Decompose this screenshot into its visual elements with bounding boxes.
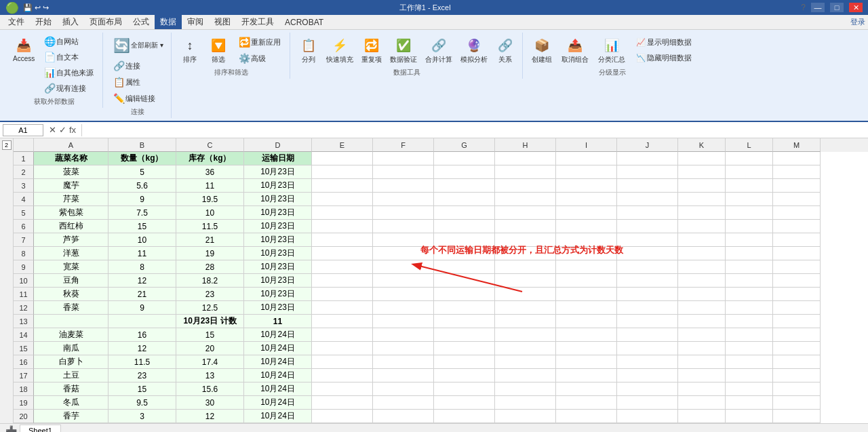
ribbon-btn-existing[interactable]: 🔗 现有连接 xyxy=(39,81,98,96)
cell-empty-3-2[interactable] xyxy=(434,179,495,193)
cell-B5[interactable]: 7.5 xyxy=(108,206,176,220)
cell-C11[interactable]: 23 xyxy=(176,288,244,301)
cell-B18[interactable]: 15 xyxy=(108,382,176,396)
cell-empty-20-0[interactable] xyxy=(312,410,373,423)
cell-D6[interactable]: 10月23日 xyxy=(244,220,312,233)
cell-C6[interactable]: 11.5 xyxy=(176,220,244,233)
cell-C16[interactable]: 17.4 xyxy=(176,355,244,369)
cell-A15[interactable]: 南瓜 xyxy=(34,342,108,355)
cell-empty-7-5[interactable] xyxy=(617,233,678,247)
cell-B4[interactable]: 9 xyxy=(108,193,176,206)
cell-A5[interactable]: 紫包菜 xyxy=(34,206,108,220)
cell-empty-20-3[interactable] xyxy=(495,410,556,423)
cell-empty-7-2[interactable] xyxy=(434,233,495,247)
ribbon-btn-advanced[interactable]: ⚙️ 高级 xyxy=(234,51,285,66)
cell-empty-16-1[interactable] xyxy=(373,355,434,369)
cell-B7[interactable]: 10 xyxy=(108,233,176,247)
cell-A20[interactable]: 香芋 xyxy=(34,410,108,423)
menu-review[interactable]: 审阅 xyxy=(182,15,209,29)
cell-empty-14-8[interactable] xyxy=(773,328,821,342)
cell-empty-6-3[interactable] xyxy=(495,220,556,233)
cell-empty-4-0[interactable] xyxy=(312,193,373,206)
cell-empty-19-8[interactable] xyxy=(773,396,821,410)
cell-empty-19-7[interactable] xyxy=(726,396,773,410)
cell-B11[interactable]: 21 xyxy=(108,288,176,301)
cell-B8[interactable]: 11 xyxy=(108,247,176,260)
cell-empty-12-3[interactable] xyxy=(495,301,556,315)
cell-empty-17-4[interactable] xyxy=(556,369,617,382)
cell-empty-8-3[interactable] xyxy=(495,247,556,260)
cell-C10[interactable]: 18.2 xyxy=(176,274,244,288)
cell-empty-18-5[interactable] xyxy=(617,382,678,396)
cell-empty-11-6[interactable] xyxy=(678,288,726,301)
cell-empty-5-2[interactable] xyxy=(434,206,495,220)
ribbon-btn-split[interactable]: 📋 分列 xyxy=(296,34,321,66)
ribbon-btn-properties[interactable]: 📋 属性 xyxy=(108,75,167,90)
ribbon-btn-flash-fill[interactable]: ⚡ 快速填充 xyxy=(323,34,357,66)
cell-empty-17-0[interactable] xyxy=(312,369,373,382)
restore-button[interactable]: □ xyxy=(830,3,844,12)
cell-empty-3-5[interactable] xyxy=(617,179,678,193)
cell-empty-20-8[interactable] xyxy=(773,410,821,423)
close-button[interactable]: ✕ xyxy=(849,3,863,12)
cell-D7[interactable]: 10月23日 xyxy=(244,233,312,247)
cell-empty-14-6[interactable] xyxy=(678,328,726,342)
cell-empty-7-7[interactable] xyxy=(726,233,773,247)
cell-empty-3-1[interactable] xyxy=(373,179,434,193)
cell-empty-15-1[interactable] xyxy=(373,342,434,355)
menu-page-layout[interactable]: 页面布局 xyxy=(84,15,127,29)
cell-empty-20-7[interactable] xyxy=(726,410,773,423)
cell-D17[interactable]: 10月24日 xyxy=(244,369,312,382)
cell-B19[interactable]: 9.5 xyxy=(108,396,176,410)
cell-empty-4-1[interactable] xyxy=(373,193,434,206)
cell-empty-3-8[interactable] xyxy=(773,179,821,193)
cell-empty-14-4[interactable] xyxy=(556,328,617,342)
col-header-F[interactable]: F xyxy=(373,138,434,152)
cell-empty-18-1[interactable] xyxy=(373,382,434,396)
cell-empty-8-2[interactable] xyxy=(434,247,495,260)
cell-empty-4-3[interactable] xyxy=(495,193,556,206)
cell-empty-3-3[interactable] xyxy=(495,179,556,193)
cell-empty-6-0[interactable] xyxy=(312,220,373,233)
cell-D14[interactable]: 10月24日 xyxy=(244,328,312,342)
cell-A11[interactable]: 秋葵 xyxy=(34,288,108,301)
cell-C2[interactable]: 36 xyxy=(176,165,244,179)
cell-empty-7-6[interactable] xyxy=(678,233,726,247)
cell-empty-16-3[interactable] xyxy=(495,355,556,369)
cell-empty-8-6[interactable] xyxy=(678,247,726,260)
cell-empty-13-1[interactable] xyxy=(373,315,434,328)
ribbon-btn-web[interactable]: 🌐 自网站 xyxy=(39,34,98,49)
cell-D8[interactable]: 10月23日 xyxy=(244,247,312,260)
cell-empty-10-6[interactable] xyxy=(678,274,726,288)
cell-L1[interactable] xyxy=(726,152,773,165)
cell-I1[interactable] xyxy=(556,152,617,165)
menu-home[interactable]: 开始 xyxy=(30,15,57,29)
cell-C12[interactable]: 12.5 xyxy=(176,301,244,315)
cell-B16[interactable]: 11.5 xyxy=(108,355,176,369)
cell-empty-6-8[interactable] xyxy=(773,220,821,233)
cell-empty-5-1[interactable] xyxy=(373,206,434,220)
cell-B13[interactable] xyxy=(108,315,176,328)
cell-A8[interactable]: 洋葱 xyxy=(34,247,108,260)
cell-empty-5-5[interactable] xyxy=(617,206,678,220)
cell-empty-15-4[interactable] xyxy=(556,342,617,355)
cell-empty-12-2[interactable] xyxy=(434,301,495,315)
cell-empty-6-7[interactable] xyxy=(726,220,773,233)
cell-empty-10-7[interactable] xyxy=(726,274,773,288)
cell-empty-9-7[interactable] xyxy=(726,260,773,274)
cell-empty-9-1[interactable] xyxy=(373,260,434,274)
cell-empty-13-8[interactable] xyxy=(773,315,821,328)
cell-empty-3-7[interactable] xyxy=(726,179,773,193)
cell-empty-5-0[interactable] xyxy=(312,206,373,220)
cell-A10[interactable]: 豆角 xyxy=(34,274,108,288)
cell-empty-18-8[interactable] xyxy=(773,382,821,396)
cell-empty-14-7[interactable] xyxy=(726,328,773,342)
cell-empty-17-3[interactable] xyxy=(495,369,556,382)
cell-empty-8-0[interactable] xyxy=(312,247,373,260)
cell-A1[interactable]: 蔬菜名称 xyxy=(34,152,108,165)
cell-empty-18-6[interactable] xyxy=(678,382,726,396)
col-header-A[interactable]: A xyxy=(34,138,108,152)
cell-A9[interactable]: 宽菜 xyxy=(34,260,108,274)
cell-empty-14-1[interactable] xyxy=(373,328,434,342)
cell-H1[interactable] xyxy=(495,152,556,165)
